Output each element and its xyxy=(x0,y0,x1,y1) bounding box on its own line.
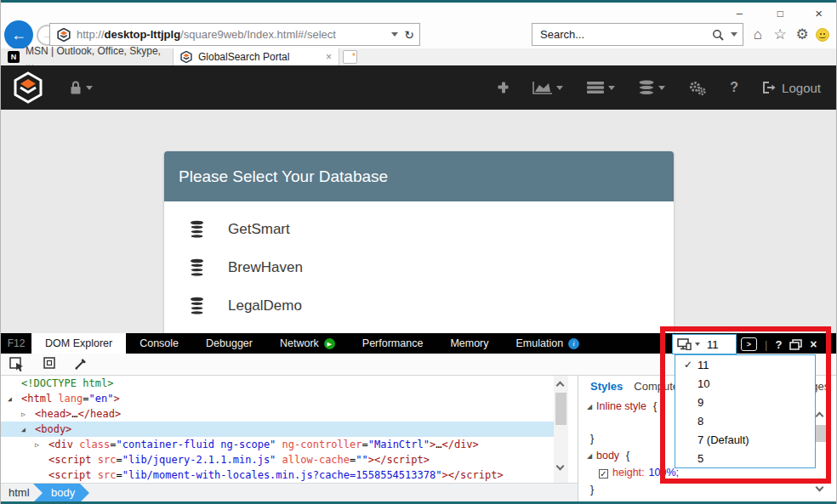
search-dropdown-icon[interactable] xyxy=(731,32,737,37)
browser-window: ← → http://desktop-lttjplg/square9web/In… xyxy=(0,0,837,504)
breadcrumb-html[interactable]: html xyxy=(9,484,30,502)
lock-menu[interactable] xyxy=(69,80,93,95)
database-list: GetSmartBrewHavenLegalDemo xyxy=(164,201,674,333)
tools-icon[interactable] xyxy=(497,81,510,94)
inline-style-rule[interactable]: ◢Inline style{ xyxy=(587,399,657,413)
device-monitor-icon xyxy=(677,338,692,350)
settings-gear-icon[interactable]: ⚙ xyxy=(794,26,811,43)
option-label: 9 xyxy=(698,396,703,409)
document-mode-option[interactable]: 9 xyxy=(675,393,815,411)
maximize-button[interactable]: □ xyxy=(777,7,783,20)
devtools-help-icon[interactable]: ? xyxy=(775,338,782,351)
database-icon xyxy=(638,80,655,95)
tree-expander-icon[interactable]: ◢ xyxy=(8,392,21,407)
breadcrumb-body[interactable]: body xyxy=(33,484,89,502)
search-input[interactable] xyxy=(540,28,712,41)
document-mode-option[interactable]: 5 xyxy=(675,449,815,467)
select-element-icon[interactable] xyxy=(9,357,25,372)
unpin-window-icon[interactable] xyxy=(789,339,802,350)
open-console-icon[interactable]: > xyxy=(741,337,757,351)
list-icon xyxy=(586,81,605,94)
devtools-tab-dom-explorer[interactable]: DOM Explorer xyxy=(31,333,126,354)
minimize-button[interactable]: – xyxy=(737,7,743,20)
dom-tree-row[interactable]: <script src="lib/moment-with-locales.min… xyxy=(1,467,578,483)
database-item[interactable]: BrewHaven xyxy=(164,248,674,286)
browser-toolbar: ← → http://desktop-lttjplg/square9web/In… xyxy=(1,3,836,48)
document-mode-value: 11 xyxy=(707,338,719,351)
devtools-tab-memory[interactable]: Memory xyxy=(436,333,502,354)
devtools-tab-network[interactable]: Network▶ xyxy=(266,333,349,354)
page-content: Please Select Your Database GetSmartBrew… xyxy=(1,110,836,333)
tree-expander-icon[interactable]: ▷ xyxy=(35,438,48,453)
devtools-tabs: DOM ExplorerConsoleDebuggerNetwork▶Perfo… xyxy=(31,333,593,354)
devtools-tab-emulation[interactable]: Emulationi xyxy=(503,333,594,354)
document-mode-option[interactable]: ✓11 xyxy=(675,355,815,374)
feedback-smiley-icon[interactable] xyxy=(816,28,829,42)
devtools-tab-performance[interactable]: Performance xyxy=(349,333,437,354)
window-top-border xyxy=(1,0,837,3)
search-icon[interactable] xyxy=(712,29,724,41)
dom-tree-row[interactable]: ▷<head>…</head> xyxy=(1,406,578,422)
height-declaration[interactable]: ✓height:100%; xyxy=(599,466,679,479)
devtools-close-icon[interactable]: × xyxy=(810,337,817,351)
tab-msn[interactable]: N MSN | Outlook, Office, Skype, ... xyxy=(1,48,174,65)
devtools-tab-debugger[interactable]: Debugger xyxy=(192,333,266,354)
f12-label: F12 xyxy=(1,333,31,354)
dashboards-menu[interactable] xyxy=(532,81,563,94)
help-icon[interactable]: ? xyxy=(730,80,738,95)
highlight-elements-icon[interactable] xyxy=(43,357,55,372)
dom-tree-row[interactable]: ◢<body> xyxy=(1,422,554,437)
color-picker-icon[interactable] xyxy=(74,357,88,372)
logout-icon xyxy=(761,81,776,94)
address-bar[interactable]: http://desktop-lttjplg/square9web/Index.… xyxy=(49,23,420,46)
address-dropdown-icon[interactable] xyxy=(391,32,398,37)
logout-button[interactable]: Logout xyxy=(761,81,821,95)
chevron-down-icon xyxy=(695,343,700,346)
tree-expander-icon[interactable]: ◢ xyxy=(21,422,35,438)
info-icon: i xyxy=(568,338,579,349)
option-label: 10 xyxy=(698,377,709,390)
search-box[interactable] xyxy=(532,23,743,46)
body-style-rule[interactable]: ◢body{ xyxy=(587,449,629,462)
favorites-star-icon[interactable]: ☆ xyxy=(772,26,789,43)
dom-tree-row[interactable]: <script src="lib/jquery-2.1.1.min.js" al… xyxy=(1,452,578,467)
devtools-tab-console[interactable]: Console xyxy=(126,333,192,354)
url-text[interactable]: http://desktop-lttjplg/square9web/Index.… xyxy=(77,28,388,41)
styles-tab-styles[interactable]: Styles xyxy=(590,380,623,393)
styles-scroll-down-icon[interactable] xyxy=(816,484,824,492)
tab-strip: N MSN | Outlook, Office, Skype, ... Glob… xyxy=(1,48,836,65)
home-icon[interactable]: ⌂ xyxy=(749,26,766,43)
navbar-actions: ? Logout xyxy=(497,65,821,110)
queues-menu[interactable] xyxy=(586,81,615,94)
document-mode-button[interactable]: 11 xyxy=(672,334,737,354)
tree-expander-icon[interactable]: ▷ xyxy=(21,407,35,422)
document-mode-option[interactable]: 8 xyxy=(675,411,815,430)
lock-icon xyxy=(69,80,83,95)
dom-tree-scrollbar[interactable] xyxy=(554,376,568,483)
refresh-icon[interactable]: ↻ xyxy=(404,28,414,42)
tab-close-icon[interactable]: × xyxy=(326,51,332,63)
admin-gears-icon[interactable] xyxy=(688,80,707,96)
option-label: 8 xyxy=(698,415,703,428)
chevron-down-icon xyxy=(86,86,93,90)
database-item[interactable]: LegalDemo xyxy=(164,286,674,325)
dom-tree-row[interactable]: ▷<div class="container-fluid ng-scope" n… xyxy=(1,437,578,452)
document-mode-option[interactable]: 10 xyxy=(675,374,815,393)
database-item[interactable]: GetSmart xyxy=(164,210,674,248)
network-record-icon: ▶ xyxy=(324,338,335,349)
databases-menu[interactable] xyxy=(638,80,665,95)
styles-scroll-thumb[interactable] xyxy=(815,425,826,442)
dom-tree-row[interactable]: ◢<html lang="en"> xyxy=(1,391,578,406)
document-mode-option[interactable]: 7 (Default) xyxy=(675,430,815,449)
close-button[interactable]: × xyxy=(815,7,823,20)
square9-logo[interactable] xyxy=(12,71,44,104)
tab-globalsearch-portal[interactable]: GlobalSearch Portal × xyxy=(174,48,339,65)
styles-scroll-up-icon[interactable] xyxy=(816,412,824,421)
logout-label: Logout xyxy=(782,81,821,95)
chevron-down-icon xyxy=(608,86,615,90)
site-favicon-icon xyxy=(57,28,71,42)
checkmark-icon: ✓ xyxy=(679,359,698,371)
new-tab-button[interactable]: * xyxy=(343,50,357,64)
dom-tree-row[interactable]: <!DOCTYPE html> xyxy=(1,376,578,391)
declaration-checkbox[interactable]: ✓ xyxy=(599,469,608,479)
